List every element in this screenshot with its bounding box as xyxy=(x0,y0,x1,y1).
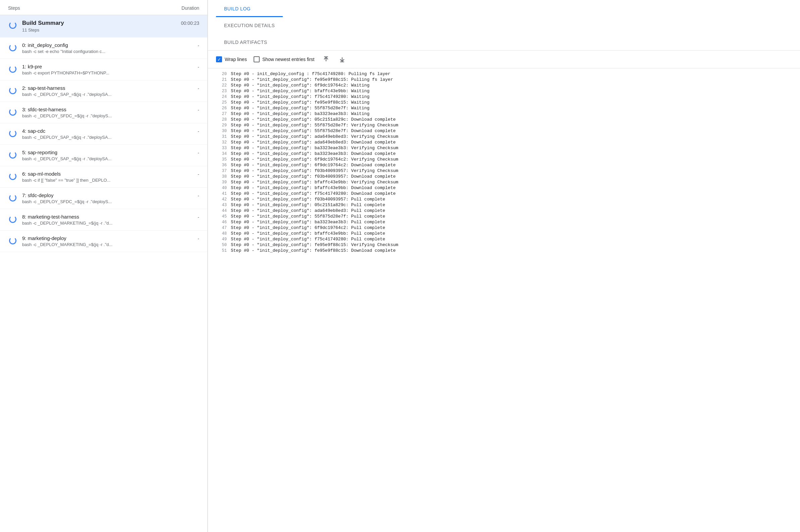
log-line-number: 22 xyxy=(216,83,227,88)
log-line-number: 38 xyxy=(216,174,227,179)
log-line-number: 50 xyxy=(216,243,227,247)
log-line-number: 26 xyxy=(216,106,227,111)
step-duration-5: - xyxy=(193,150,199,155)
show-newest-control: Show newest entries first xyxy=(254,56,315,62)
step-icon-4 xyxy=(8,129,17,138)
log-line-text: Step #0 - "init_deploy_config": fe95e9f8… xyxy=(231,77,393,82)
log-line-text: Step #0 - "init_deploy_config": bfaffc43… xyxy=(231,180,398,185)
log-line-text: Step #0 - init_deploy_config : f75c41749… xyxy=(231,71,390,76)
tabs-container: BUILD LOGEXECUTION DETAILSBUILD ARTIFACT… xyxy=(216,0,283,50)
log-line: 20 Step #0 - init_deploy_config : f75c41… xyxy=(208,71,800,77)
step-title-8: 8: marketing-test-harness xyxy=(22,214,193,220)
steps-list: Build Summary 11 Steps 00:00:23 0: init_… xyxy=(0,15,207,532)
log-line-number: 20 xyxy=(216,72,227,76)
log-line-text: Step #0 - "init_deploy_config": f75c4174… xyxy=(231,237,385,242)
step-row-0[interactable]: 0: init_deploy_config bash -c set -e ech… xyxy=(0,38,207,59)
log-line: 30 Step #0 - "init_deploy_config": 55f87… xyxy=(208,128,800,134)
step-duration-7: - xyxy=(193,192,199,198)
step-icon-6 xyxy=(8,172,17,181)
tab-execution-details[interactable]: EXECUTION DETAILS xyxy=(216,17,283,34)
step-icon-7 xyxy=(8,193,17,203)
log-line: 28 Step #0 - "init_deploy_config": 05c21… xyxy=(208,117,800,122)
step-row-8[interactable]: 8: marketing-test-harness bash -c _DEPLO… xyxy=(0,209,207,231)
log-line-text: Step #0 - "init_deploy_config": f75c4174… xyxy=(231,191,395,196)
step-summary-title: Build Summary xyxy=(22,20,177,26)
step-row-9[interactable]: 9: marketing-deploy bash -c _DEPLOY_MARK… xyxy=(0,231,207,252)
log-line: 45 Step #0 - "init_deploy_config": 55f87… xyxy=(208,213,800,219)
log-line-text: Step #0 - "init_deploy_config": 05c2151a… xyxy=(231,203,385,208)
tab-build-artifacts[interactable]: BUILD ARTIFACTS xyxy=(216,34,283,51)
log-line: 24 Step #0 - "init_deploy_config": f75c4… xyxy=(208,94,800,99)
step-row-5[interactable]: 5: sap-reporting bash -c _DEPLOY_SAP_=$(… xyxy=(0,145,207,166)
step-summary-duration: 00:00:23 xyxy=(177,20,200,26)
log-line: 40 Step #0 - "init_deploy_config": bfaff… xyxy=(208,185,800,191)
log-line-number: 25 xyxy=(216,100,227,105)
log-line: 32 Step #0 - "init_deploy_config": ada64… xyxy=(208,139,800,145)
log-line: 49 Step #0 - "init_deploy_config": f75c4… xyxy=(208,236,800,242)
log-line-text: Step #0 - "init_deploy_config": 55f875d2… xyxy=(231,123,398,128)
step-title-9: 9: marketing-deploy xyxy=(22,235,193,241)
wrap-lines-checkbox[interactable]: ✓ xyxy=(216,56,222,62)
log-line: 36 Step #0 - "init_deploy_config": 6f9dc… xyxy=(208,162,800,168)
log-line-text: Step #0 - "init_deploy_config": ba3323ea… xyxy=(231,151,395,156)
step-title-4: 4: sap-cdc xyxy=(22,128,193,134)
log-line-number: 42 xyxy=(216,197,227,202)
log-line-text: Step #0 - "init_deploy_config": 55f875d2… xyxy=(231,106,369,111)
step-subtitle-9: bash -c _DEPLOY_MARKETING_=$(jq -r ."d..… xyxy=(22,242,193,247)
step-row-3[interactable]: 3: sfdc-test-harness bash -c _DEPLOY_SFD… xyxy=(0,102,207,124)
step-title-0: 0: init_deploy_config xyxy=(22,42,193,48)
tab-build-log[interactable]: BUILD LOG xyxy=(216,0,283,17)
log-line: 44 Step #0 - "init_deploy_config": ada64… xyxy=(208,208,800,213)
step-duration-0: - xyxy=(193,42,199,48)
log-line-text: Step #0 - "init_deploy_config": ada649eb… xyxy=(231,140,395,145)
log-line-text: Step #0 - "init_deploy_config": fe95e9f8… xyxy=(231,248,395,253)
step-row-1[interactable]: 1: k9-pre bash -c export PYTHONPATH=$PYT… xyxy=(0,59,207,80)
step-title-3: 3: sfdc-test-harness xyxy=(22,107,193,112)
log-line-number: 33 xyxy=(216,146,227,151)
step-duration-8: - xyxy=(193,214,199,220)
log-line-number: 45 xyxy=(216,214,227,219)
log-line-text: Step #0 - "init_deploy_config": ba3323ea… xyxy=(231,111,369,116)
step-content-5: 5: sap-reporting bash -c _DEPLOY_SAP_=$(… xyxy=(22,150,193,161)
log-line: 47 Step #0 - "init_deploy_config": 6f9dc… xyxy=(208,225,800,231)
log-line-number: 32 xyxy=(216,140,227,145)
step-content-4: 4: sap-cdc bash -c _DEPLOY_SAP_=$(jq -r … xyxy=(22,128,193,140)
step-row-7[interactable]: 7: sfdc-deploy bash -c _DEPLOY_SFDC_=$(j… xyxy=(0,188,207,209)
log-line-number: 43 xyxy=(216,203,227,208)
log-line-text: Step #0 - "init_deploy_config": fe95e9f8… xyxy=(231,242,398,247)
step-duration-6: - xyxy=(193,171,199,177)
step-title-2: 2: sap-test-harness xyxy=(22,85,193,91)
log-line-number: 31 xyxy=(216,134,227,139)
step-icon-3 xyxy=(8,107,17,117)
log-line: 38 Step #0 - "init_deploy_config": f03b4… xyxy=(208,174,800,179)
log-line-text: Step #0 - "init_deploy_config": 6f9dc197… xyxy=(231,163,395,168)
step-content-2: 2: sap-test-harness bash -c _DEPLOY_SAP_… xyxy=(22,85,193,97)
log-line: 23 Step #0 - "init_deploy_config": bfaff… xyxy=(208,88,800,94)
toolbar: ✓ Wrap lines Show newest entries first xyxy=(208,51,800,69)
step-title-7: 7: sfdc-deploy xyxy=(22,192,193,198)
log-line-number: 35 xyxy=(216,157,227,162)
scroll-bottom-button[interactable] xyxy=(337,55,347,64)
step-summary-content: Build Summary 11 Steps xyxy=(22,20,177,33)
step-subtitle-7: bash -c _DEPLOY_SFDC_=$(jq -r ."deployS.… xyxy=(22,199,193,204)
log-line-number: 28 xyxy=(216,117,227,122)
log-line-number: 48 xyxy=(216,231,227,236)
step-subtitle-3: bash -c _DEPLOY_SFDC_=$(jq -r ."deployS.… xyxy=(22,113,193,118)
wrap-lines-label: Wrap lines xyxy=(225,57,247,62)
step-title-5: 5: sap-reporting xyxy=(22,150,193,155)
scroll-top-button[interactable] xyxy=(321,55,331,64)
log-line-number: 36 xyxy=(216,163,227,168)
step-content-3: 3: sfdc-test-harness bash -c _DEPLOY_SFD… xyxy=(22,107,193,118)
step-row-2[interactable]: 2: sap-test-harness bash -c _DEPLOY_SAP_… xyxy=(0,80,207,102)
step-summary-row[interactable]: Build Summary 11 Steps 00:00:23 xyxy=(0,15,207,38)
step-icon-8 xyxy=(8,214,17,224)
step-row-6[interactable]: 6: sap-ml-models bash -c if [[ "false" =… xyxy=(0,166,207,188)
log-line: 35 Step #0 - "init_deploy_config": 6f9dc… xyxy=(208,156,800,162)
show-newest-checkbox[interactable] xyxy=(254,56,260,62)
step-row-4[interactable]: 4: sap-cdc bash -c _DEPLOY_SAP_=$(jq -r … xyxy=(0,124,207,145)
log-area[interactable]: 20 Step #0 - init_deploy_config : f75c41… xyxy=(208,69,800,532)
step-title-1: 1: k9-pre xyxy=(22,64,193,70)
log-line-text: Step #0 - "init_deploy_config": ba3323ea… xyxy=(231,146,398,151)
log-line-number: 23 xyxy=(216,89,227,94)
log-line-text: Step #0 - "init_deploy_config": 55f875d2… xyxy=(231,128,395,133)
